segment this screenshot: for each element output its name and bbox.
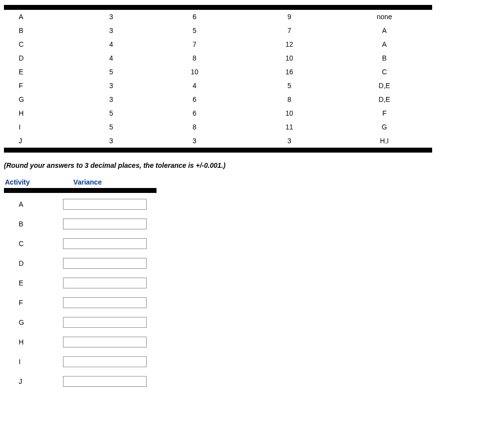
answer-row: D [4, 258, 157, 269]
table-row: B357A [4, 24, 432, 37]
row-value: 4 [75, 37, 147, 51]
row-activity: C [4, 37, 75, 51]
row-value: 6 [147, 106, 242, 120]
table-row: D4810B [4, 51, 432, 65]
variance-input[interactable] [63, 356, 147, 367]
row-predecessor: D,E [337, 93, 432, 106]
row-predecessor: A [337, 24, 432, 37]
answer-activity-label: H [4, 338, 63, 346]
table-row: E51016C [4, 65, 432, 79]
answer-row: A [4, 199, 157, 210]
row-predecessor: B [337, 51, 432, 65]
answer-row: E [4, 278, 157, 288]
row-activity: F [4, 79, 75, 93]
answer-header-bar [4, 188, 157, 193]
row-predecessor: G [337, 120, 432, 134]
row-value: 9 [242, 10, 337, 24]
answer-row: C [4, 238, 157, 249]
answer-activity-label: D [4, 259, 63, 267]
table-bottom-bar [4, 148, 432, 153]
row-value: 3 [242, 134, 337, 148]
row-value: 5 [75, 65, 147, 79]
variance-input[interactable] [63, 317, 147, 328]
table-row: I5811G [4, 120, 432, 134]
table-top-bar [4, 5, 432, 10]
row-value: 7 [147, 37, 242, 51]
answer-activity-label: A [4, 200, 63, 208]
row-value: 11 [242, 120, 337, 134]
row-value: 12 [242, 37, 337, 51]
row-value: 10 [242, 51, 337, 65]
row-activity: E [4, 65, 75, 79]
header-variance: Variance [73, 178, 157, 186]
row-predecessor: A [337, 37, 432, 51]
variance-input[interactable] [63, 219, 147, 229]
answer-row: F [4, 297, 157, 308]
row-value: 3 [75, 93, 147, 106]
variance-input[interactable] [63, 337, 147, 347]
variance-input[interactable] [63, 238, 147, 249]
row-activity: H [4, 106, 75, 120]
variance-input[interactable] [63, 258, 147, 269]
row-activity: A [4, 10, 75, 24]
answer-activity-label: J [4, 377, 63, 385]
answer-row: H [4, 337, 157, 347]
row-value: 3 [75, 10, 147, 24]
answer-activity-label: B [4, 220, 63, 228]
answer-activity-label: I [4, 358, 63, 366]
answer-row: J [4, 376, 157, 387]
row-value: 8 [242, 93, 337, 106]
row-value: 3 [75, 134, 147, 148]
table-row: H5610F [4, 106, 432, 120]
row-value: 16 [242, 65, 337, 79]
row-value: 10 [242, 106, 337, 120]
row-value: 8 [147, 120, 242, 134]
variance-input[interactable] [63, 199, 147, 210]
row-value: 4 [75, 51, 147, 65]
row-value: 10 [147, 65, 242, 79]
answer-row: I [4, 356, 157, 367]
variance-input[interactable] [63, 278, 147, 288]
row-value: 5 [75, 120, 147, 134]
answer-section: Activity Variance ABCDEFGHIJ [4, 176, 157, 387]
table-row: G368D,E [4, 93, 432, 106]
answer-activity-label: F [4, 299, 63, 307]
row-value: 8 [147, 51, 242, 65]
row-predecessor: none [337, 10, 432, 24]
answer-header-row: Activity Variance [4, 176, 157, 188]
row-activity: J [4, 134, 75, 148]
answer-row: B [4, 219, 157, 229]
header-activity: Activity [4, 178, 73, 186]
row-activity: G [4, 93, 75, 106]
table-row: C4712A [4, 37, 432, 51]
row-value: 3 [147, 134, 242, 148]
row-predecessor: H,I [337, 134, 432, 148]
instruction-text: (Round your answers to 3 decimal places,… [4, 161, 504, 169]
row-value: 5 [75, 106, 147, 120]
table-row: F345D,E [4, 79, 432, 93]
row-value: 3 [75, 24, 147, 37]
row-value: 4 [147, 79, 242, 93]
answer-activity-label: E [4, 279, 63, 287]
row-value: 3 [75, 79, 147, 93]
row-value: 6 [147, 93, 242, 106]
variance-input[interactable] [63, 376, 147, 387]
row-predecessor: F [337, 106, 432, 120]
row-value: 7 [242, 24, 337, 37]
row-value: 6 [147, 10, 242, 24]
answer-activity-label: C [4, 240, 63, 248]
answer-activity-label: G [4, 318, 63, 326]
answer-row: G [4, 317, 157, 328]
row-predecessor: D,E [337, 79, 432, 93]
row-activity: I [4, 120, 75, 134]
table-row: J333H,I [4, 134, 432, 148]
row-predecessor: C [337, 65, 432, 79]
row-activity: D [4, 51, 75, 65]
activity-data-table: A369noneB357AC4712AD4810BE51016CF345D,EG… [4, 10, 432, 148]
row-value: 5 [242, 79, 337, 93]
variance-input[interactable] [63, 297, 147, 308]
row-value: 5 [147, 24, 242, 37]
table-row: A369none [4, 10, 432, 24]
row-activity: B [4, 24, 75, 37]
